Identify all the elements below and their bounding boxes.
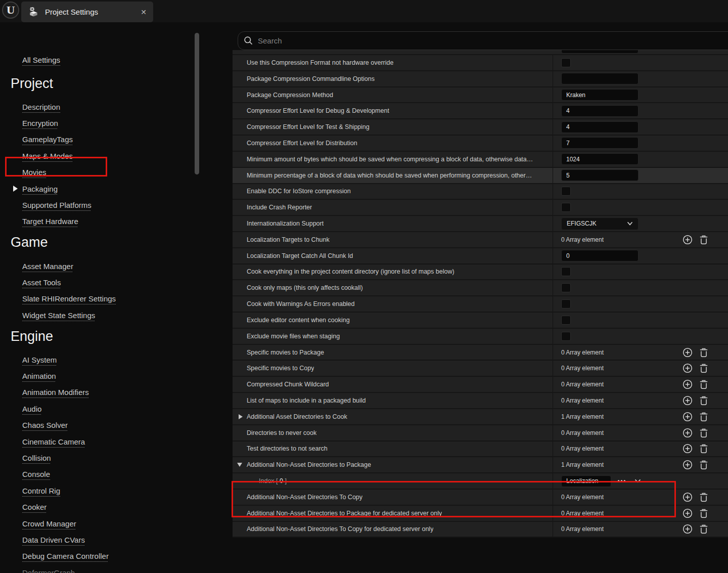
add-array-element-button[interactable] — [682, 444, 693, 454]
add-array-element-icon[interactable] — [682, 363, 693, 373]
text-input[interactable]: Kraken — [561, 89, 639, 101]
sidebar-item-animation[interactable]: Animation — [0, 368, 202, 384]
add-array-element-icon[interactable] — [682, 395, 693, 406]
text-input[interactable]: 4 — [561, 105, 639, 117]
add-array-element-button[interactable] — [682, 428, 693, 438]
delete-array-button[interactable] — [699, 235, 708, 245]
text-input[interactable]: 0 — [561, 250, 639, 261]
text-input[interactable] — [561, 73, 639, 84]
delete-array-button[interactable] — [699, 444, 708, 454]
expander-arrow-down-icon[interactable] — [237, 463, 242, 467]
delete-array-button[interactable] — [699, 363, 708, 373]
sidebar-item-maps-modes[interactable]: Maps & Modes — [0, 148, 202, 164]
text-input[interactable]: 7 — [561, 137, 639, 149]
entry-dropdown-button[interactable] — [634, 479, 641, 483]
checkbox-unchecked[interactable] — [561, 58, 571, 67]
sidebar-item-widget-state-settings[interactable]: Widget State Settings — [0, 307, 202, 323]
sidebar-item-crowd-manager[interactable]: Crowd Manager — [0, 515, 202, 532]
sidebar-item-chaos-solver[interactable]: Chaos Solver — [0, 417, 202, 433]
sidebar-item-control-rig[interactable]: Control Rig — [0, 482, 202, 499]
sidebar-item-audio[interactable]: Audio — [0, 401, 202, 417]
delete-array-icon[interactable] — [699, 412, 708, 422]
add-array-element-button[interactable] — [682, 460, 693, 470]
add-array-element-button[interactable] — [682, 379, 693, 389]
sidebar-item-asset-tools[interactable]: Asset Tools — [0, 274, 202, 290]
add-array-element-icon[interactable] — [682, 492, 693, 502]
checkbox-unchecked[interactable] — [561, 203, 571, 212]
delete-array-button[interactable] — [699, 412, 708, 422]
delete-array-button[interactable] — [699, 492, 708, 502]
add-array-element-icon[interactable] — [682, 460, 693, 470]
sidebar-item-asset-manager[interactable]: Asset Manager — [0, 258, 202, 274]
checkbox-unchecked[interactable] — [561, 283, 571, 292]
delete-array-icon[interactable] — [699, 395, 708, 406]
checkbox-unchecked[interactable] — [561, 299, 571, 308]
delete-array-button[interactable] — [699, 347, 708, 358]
add-array-element-button[interactable] — [682, 363, 693, 373]
text-input[interactable]: 1024 — [561, 153, 639, 165]
delete-array-button[interactable] — [699, 460, 708, 470]
delete-array-icon[interactable] — [699, 524, 708, 534]
add-array-element-button[interactable] — [682, 492, 693, 502]
array-entry-input[interactable]: Localization — [561, 475, 611, 487]
delete-array-button[interactable] — [699, 395, 708, 406]
sidebar-item-collision[interactable]: Collision — [0, 450, 202, 466]
sidebar-item-cooker[interactable]: Cooker — [0, 499, 202, 515]
delete-array-icon[interactable] — [699, 235, 708, 245]
chevron-down-icon[interactable] — [627, 222, 633, 226]
sidebar-item-target-hardware[interactable]: Target Hardware — [0, 213, 202, 230]
sidebar-scrollbar-thumb[interactable] — [195, 33, 199, 174]
add-array-element-icon[interactable] — [682, 412, 693, 422]
sidebar-item-movies[interactable]: Movies — [0, 164, 202, 181]
delete-array-icon[interactable] — [699, 444, 708, 454]
delete-array-icon[interactable] — [699, 460, 708, 470]
delete-array-button[interactable] — [699, 524, 708, 534]
checkbox-unchecked[interactable] — [561, 332, 571, 341]
sidebar-item-supported-platforms[interactable]: Supported Platforms — [0, 197, 202, 213]
sidebar-item-ai-system[interactable]: AI System — [0, 351, 202, 368]
add-array-element-icon[interactable] — [682, 235, 693, 245]
ellipsis-options-icon[interactable] — [617, 480, 626, 482]
all-settings-link[interactable]: All Settings — [22, 56, 60, 64]
text-input[interactable]: 4 — [561, 121, 639, 133]
delete-array-button[interactable] — [699, 379, 708, 389]
sidebar-item-encryption[interactable]: Encryption — [0, 115, 202, 131]
add-array-element-button[interactable] — [682, 524, 693, 534]
delete-array-icon[interactable] — [699, 492, 708, 502]
sidebar-item-deformergraph[interactable]: DeformerGraph — [0, 564, 202, 573]
delete-array-button[interactable] — [699, 508, 708, 518]
delete-array-icon[interactable] — [699, 347, 708, 358]
add-array-element-button[interactable] — [682, 412, 693, 422]
sidebar-item-description[interactable]: Description — [0, 99, 202, 115]
sidebar-item-console[interactable]: Console — [0, 466, 202, 482]
sidebar-item-slate-rhirenderer-settings[interactable]: Slate RHIRenderer Settings — [0, 291, 202, 307]
sidebar-item-debug-camera-controller[interactable]: Debug Camera Controller — [0, 548, 202, 564]
sidebar-item-cinematic-camera[interactable]: Cinematic Camera — [0, 433, 202, 450]
text-input[interactable]: 5 — [561, 169, 639, 181]
chevron-down-icon[interactable] — [634, 479, 641, 483]
add-array-element-button[interactable] — [682, 235, 693, 245]
checkbox-unchecked[interactable] — [561, 187, 571, 196]
dropdown-select[interactable]: EFIGSCJK — [561, 217, 639, 230]
delete-array-icon[interactable] — [699, 428, 708, 438]
sidebar-item-data-driven-cvars[interactable]: Data Driven CVars — [0, 532, 202, 548]
add-array-element-icon[interactable] — [682, 524, 693, 534]
search-input[interactable] — [258, 36, 728, 45]
project-settings-tab[interactable]: Project Settings ✕ — [21, 2, 153, 22]
expander-arrow-right-icon[interactable] — [239, 414, 243, 419]
add-array-element-icon[interactable] — [682, 508, 693, 518]
add-array-element-button[interactable] — [682, 508, 693, 518]
tab-close-icon[interactable]: ✕ — [141, 9, 147, 16]
add-array-element-button[interactable] — [682, 347, 693, 358]
delete-array-icon[interactable] — [699, 363, 708, 373]
checkbox-unchecked[interactable] — [561, 316, 571, 325]
sidebar-item-packaging[interactable]: Packaging — [0, 181, 202, 197]
add-array-element-icon[interactable] — [682, 428, 693, 438]
entry-options-button[interactable] — [617, 480, 626, 482]
delete-array-icon[interactable] — [699, 379, 708, 389]
add-array-element-icon[interactable] — [682, 347, 693, 358]
add-array-element-icon[interactable] — [682, 444, 693, 454]
add-array-element-button[interactable] — [682, 395, 693, 406]
add-array-element-icon[interactable] — [682, 379, 693, 389]
checkbox-unchecked[interactable] — [561, 267, 571, 276]
